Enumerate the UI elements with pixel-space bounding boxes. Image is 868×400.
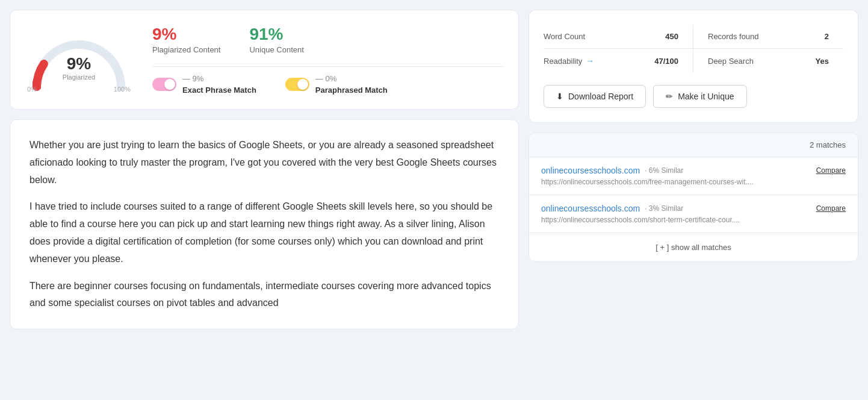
match-url-2: https://onlinecoursesschools.com/short-t… bbox=[541, 216, 846, 224]
svg-point-0 bbox=[41, 61, 47, 67]
gauge-chart: 9% Plagiarized 0% 100% bbox=[25, 27, 133, 93]
match-url-1: https://onlinecoursesschools.com/free-ma… bbox=[541, 178, 846, 186]
match-domain-1[interactable]: onlinecoursesschools.com bbox=[541, 166, 640, 175]
records-found-key: Records found bbox=[708, 32, 759, 41]
deep-search-val: Yes bbox=[816, 57, 829, 66]
match-domain-2[interactable]: onlinecoursesschools.com bbox=[541, 204, 640, 213]
download-report-button[interactable]: ⬇ Download Report bbox=[544, 85, 646, 108]
match-item-1: onlinecoursesschools.com · 6% Similar Co… bbox=[529, 157, 858, 195]
gauge-percent-value: 9% bbox=[63, 54, 95, 73]
plagiarized-stat: 9% Plagiarized Content bbox=[152, 25, 220, 54]
exact-match-label: Exact Phrase Match bbox=[182, 86, 256, 95]
show-all-matches[interactable]: [ + ] show all matches bbox=[529, 233, 858, 261]
download-icon: ⬇ bbox=[556, 92, 563, 101]
plagiarized-label: Plagiarized Content bbox=[152, 45, 220, 54]
match-compare-1[interactable]: Compare bbox=[816, 166, 846, 175]
plagiarized-pct: 9% bbox=[152, 25, 220, 44]
plagiarism-summary-card: 9% Plagiarized 0% 100% 9% Plagiarized Co… bbox=[10, 10, 519, 110]
text-content-card: Whether you are just trying to learn the… bbox=[10, 119, 519, 330]
exact-match-pct: — 9% bbox=[182, 74, 256, 83]
exact-match-toggle[interactable]: — 9% Exact Phrase Match bbox=[152, 74, 256, 95]
document-stats-card: Word Count 450 Records found 2 Readabili… bbox=[529, 10, 858, 123]
readability-arrow-icon: → bbox=[586, 56, 594, 66]
matches-card: 2 matches onlinecoursesschools.com · 6% … bbox=[529, 133, 858, 262]
action-buttons: ⬇ Download Report ✏ Make it Unique bbox=[544, 85, 843, 108]
match-title-row-1: onlinecoursesschools.com · 6% Similar Co… bbox=[541, 166, 846, 175]
readability-key: Readability → bbox=[544, 56, 594, 66]
pen-icon: ✏ bbox=[666, 92, 673, 101]
unique-stat: 91% Unique Content bbox=[249, 25, 303, 54]
readability-cell: Readability → 47/100 bbox=[544, 49, 693, 73]
deep-search-cell: Deep Search Yes bbox=[693, 49, 843, 73]
match-similarity-2: · 3% Similar bbox=[645, 204, 683, 213]
paraphrased-match-label: Paraphrased Match bbox=[315, 86, 388, 95]
exact-match-thumb bbox=[164, 79, 175, 90]
match-item-2: onlinecoursesschools.com · 3% Similar Co… bbox=[529, 195, 858, 233]
gauge-info-panel: 9% Plagiarized Content 91% Unique Conten… bbox=[152, 25, 504, 95]
paraphrased-match-toggle[interactable]: — 0% Paraphrased Match bbox=[285, 74, 388, 95]
text-paragraph-1: Whether you are just trying to learn the… bbox=[29, 137, 499, 189]
records-found-val: 2 bbox=[825, 32, 829, 41]
divider bbox=[152, 66, 504, 67]
gauge-min-label: 0% bbox=[27, 86, 37, 93]
word-count-key: Word Count bbox=[544, 32, 585, 41]
unique-pct: 91% bbox=[249, 25, 303, 44]
paraphrased-match-track[interactable] bbox=[285, 78, 309, 91]
exact-match-track[interactable] bbox=[152, 78, 176, 91]
readability-val: 47/100 bbox=[654, 57, 678, 66]
unique-label: Unique Content bbox=[249, 45, 303, 54]
text-paragraph-3: There are beginner courses focusing on f… bbox=[29, 278, 499, 313]
analyzed-text: Whether you are just trying to learn the… bbox=[29, 137, 499, 312]
deep-search-key: Deep Search bbox=[708, 57, 754, 66]
gauge-center: 9% Plagiarized bbox=[63, 54, 95, 81]
gauge-label: Plagiarized bbox=[63, 73, 95, 81]
records-found-cell: Records found 2 bbox=[693, 25, 843, 49]
match-similarity-1: · 6% Similar bbox=[645, 166, 683, 175]
matches-header: 2 matches bbox=[529, 133, 858, 157]
gauge-max-label: 100% bbox=[114, 86, 131, 93]
text-paragraph-2: I have tried to include courses suited t… bbox=[29, 198, 499, 267]
match-title-row-2: onlinecoursesschools.com · 3% Similar Co… bbox=[541, 204, 846, 213]
match-toggles: — 9% Exact Phrase Match — 0% bbox=[152, 74, 504, 95]
paraphrased-match-pct: — 0% bbox=[315, 74, 388, 83]
word-count-cell: Word Count 450 bbox=[544, 25, 693, 49]
make-unique-button[interactable]: ✏ Make it Unique bbox=[653, 85, 746, 108]
gauge-axis-labels: 0% 100% bbox=[25, 86, 133, 93]
word-count-val: 450 bbox=[665, 32, 678, 41]
matches-count: 2 matches bbox=[810, 140, 846, 149]
pct-stats: 9% Plagiarized Content 91% Unique Conten… bbox=[152, 25, 504, 54]
stats-grid: Word Count 450 Records found 2 Readabili… bbox=[544, 25, 843, 73]
match-compare-2[interactable]: Compare bbox=[816, 204, 846, 213]
paraphrased-match-thumb bbox=[297, 79, 308, 90]
